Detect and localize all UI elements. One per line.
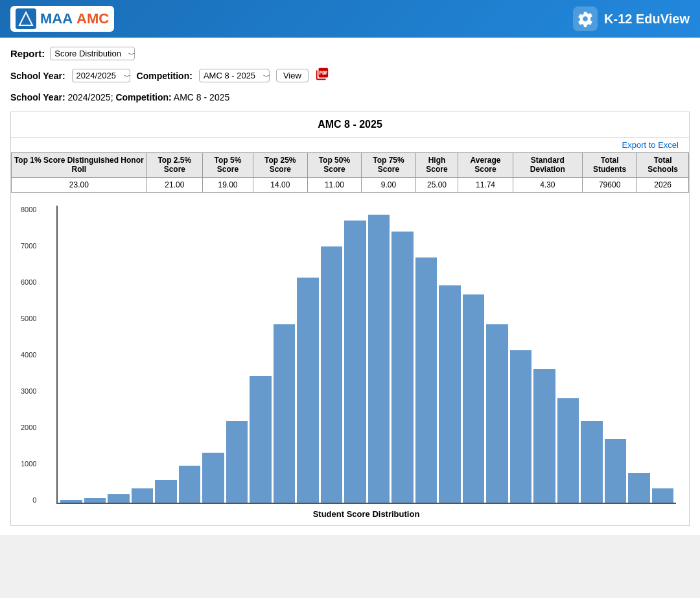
maa-icon	[16, 8, 36, 29]
table-header-cell: Total Students	[582, 153, 636, 178]
report-chart-title: AMC 8 - 2025	[11, 112, 689, 138]
x-axis-label: Student Score Distribution	[56, 509, 676, 519]
chart-bar	[179, 466, 201, 503]
chart-bar	[108, 494, 130, 503]
table-header-cell: Top 1% Score Distinguished Honor Roll	[12, 153, 147, 178]
table-header-cell: Average Score	[458, 153, 513, 178]
view-button[interactable]: View	[276, 69, 309, 82]
chart-bar	[155, 480, 177, 502]
report-label: Report:	[10, 48, 45, 59]
school-year-label: School Year:	[10, 71, 65, 81]
chart-bar	[250, 376, 272, 503]
table-data-row: 23.0021.0019.0014.0011.009.0025.0011.744…	[12, 177, 689, 192]
chart-bar	[391, 232, 414, 503]
pdf-icon[interactable]	[315, 67, 329, 84]
table-header-cell: Top 50% Score	[307, 153, 362, 178]
table-data-cell: 14.00	[253, 177, 308, 192]
y-axis-label: 0	[32, 496, 36, 504]
table-header-cell: Top 75% Score	[362, 153, 416, 178]
school-year-select[interactable]: 2024/2025	[72, 69, 130, 82]
chart-bar	[297, 278, 319, 502]
chart-bar	[344, 221, 366, 503]
settings-icon[interactable]	[573, 6, 598, 31]
chart-bar	[628, 473, 650, 503]
chart-bar	[84, 498, 106, 502]
chart-bar	[486, 324, 508, 503]
chart-bar	[463, 294, 485, 503]
table-data-cell: 19.00	[203, 177, 253, 192]
amc-text: AMC	[76, 10, 109, 27]
y-axis-label: 8000	[21, 206, 36, 213]
chart-bar	[557, 398, 579, 502]
app-header: MAA AMC K-12 EduView	[0, 0, 700, 38]
info-line: School Year: 2024/2025; Competition: AMC…	[10, 92, 690, 102]
table-header-cell: Top 25% Score	[253, 153, 308, 178]
y-axis-label: 4000	[21, 351, 36, 359]
report-type-select[interactable]: Score Distribution	[50, 47, 135, 60]
y-axis-label: 5000	[21, 315, 36, 322]
chart-bar	[510, 350, 532, 503]
chart-bar	[321, 246, 343, 503]
table-data-cell: 4.30	[513, 177, 582, 192]
chart-bar	[274, 324, 296, 503]
filter-line: School Year: 2024/2025 Competition: AMC …	[10, 67, 690, 84]
table-header-cell: Top 5% Score	[203, 153, 253, 178]
y-axis-label: 1000	[21, 460, 36, 468]
competition-label: Competition:	[137, 71, 192, 81]
table-data-cell: 23.00	[12, 177, 147, 192]
chart-bar	[415, 257, 438, 503]
table-data-cell: 21.00	[146, 177, 202, 192]
table-data-cell: 25.00	[415, 177, 458, 192]
bars-area	[56, 206, 676, 504]
table-header-row: Top 1% Score Distinguished Honor RollTop…	[12, 153, 689, 178]
table-data-cell: 11.74	[458, 177, 513, 192]
main-content: Report: Score Distribution School Year: …	[0, 38, 700, 535]
chart-bar	[652, 488, 674, 503]
export-excel-link[interactable]: Export to Excel	[617, 138, 684, 152]
stats-table: Top 1% Score Distinguished Honor RollTop…	[11, 152, 689, 193]
app-title: K-12 EduView	[604, 12, 690, 27]
school-year-wrapper[interactable]: 2024/2025	[72, 69, 130, 82]
chart-bar	[605, 439, 627, 502]
chart-bar	[132, 488, 154, 503]
chart-bar	[439, 285, 461, 503]
table-header-cell: Top 2.5% Score	[146, 153, 202, 178]
competition-select[interactable]: AMC 8 - 2025	[199, 69, 270, 82]
table-header-cell: Standard Deviation	[513, 153, 582, 178]
maa-text: MAA	[40, 10, 73, 27]
table-data-cell: 2026	[637, 177, 689, 192]
report-line: Report: Score Distribution	[10, 47, 690, 60]
chart-bar	[368, 215, 390, 503]
table-data-cell: 9.00	[362, 177, 416, 192]
report-panel: AMC 8 - 2025 Export to Excel Top 1% Scor…	[10, 112, 690, 526]
chart-bar	[533, 369, 555, 503]
logo-box: MAA AMC	[10, 6, 114, 32]
competition-wrapper[interactable]: AMC 8 - 2025	[199, 69, 270, 82]
y-axis-label: 6000	[21, 278, 36, 286]
y-axis: 800070006000500040003000200010000	[21, 206, 36, 504]
y-axis-label: 2000	[21, 424, 36, 431]
table-header-cell: High Score	[415, 153, 458, 178]
header-right: K-12 EduView	[573, 6, 690, 31]
table-data-cell: 79600	[582, 177, 636, 192]
chart-bar	[581, 421, 603, 503]
y-axis-label: 3000	[21, 387, 36, 395]
table-data-cell: 11.00	[307, 177, 362, 192]
table-header-cell: Total Schools	[637, 153, 689, 178]
report-type-wrapper[interactable]: Score Distribution	[50, 47, 135, 60]
y-axis-label: 7000	[21, 242, 36, 250]
logo-area: MAA AMC	[10, 6, 114, 32]
chart-bar	[226, 421, 248, 503]
chart-bar	[60, 500, 82, 502]
chart-bar	[202, 453, 224, 503]
